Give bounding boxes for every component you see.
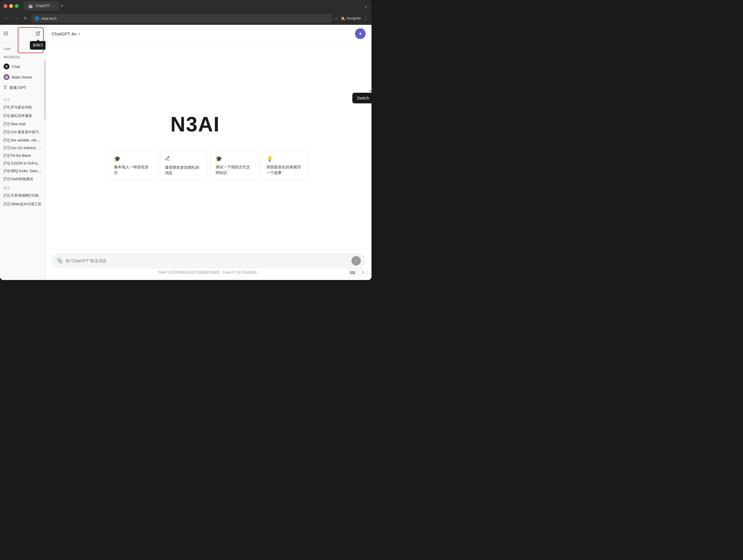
nav-actions: ☆ 🕵 Incognito ⋮ [334,16,368,21]
switch-close-button[interactable]: × [369,89,372,93]
tab-close-btn[interactable]: × [52,4,54,8]
svg-text:N3AI: N3AI [170,113,220,135]
math-solver-icon: 🔢 [4,74,9,80]
bottom-right-icons: ⌨ ? [348,268,367,277]
math-solver-nav-item[interactable]: 🔢 Math Solver [0,72,45,82]
chat-item-0[interactable]: [T4] 罗马宴会传统 [0,103,45,112]
card-text-2: 测试一下我的古代文明知识 [216,165,253,175]
card-icon-2: 🎓 [216,156,253,162]
today-section-label: 今天 [0,95,45,103]
math-solver-label: Math Solver [12,75,32,80]
chatgpt-icon: N [4,63,9,70]
chat-item-6[interactable]: [T2] Fill the Blank [0,152,45,160]
new-tab-button[interactable]: + [60,3,63,8]
switch-button[interactable]: Switch [352,93,372,103]
browser-window: 🤖 ChatGPT × + ⌄ ← → ↻ 🌐 nbai.tech ☆ 🕵 In… [0,0,372,280]
sidebar-scrollbar[interactable] [44,60,45,119]
chat-item-4[interactable]: [T2] Set variable, refresh page [0,136,45,144]
nbai-logo: N3AI [170,111,247,139]
forward-button[interactable]: → [13,14,20,22]
card-icon-3: 💡 [266,156,304,162]
chatgpt-label: Chat [12,64,20,69]
title-bar: 🤖 ChatGPT × + ⌄ [0,0,372,12]
sidebar-toggle-button[interactable]: ⊟ [2,29,9,38]
chat-content: N3AI 🎓 像本地人一样游览首尔 [46,43,372,249]
reload-button[interactable]: ↻ [23,14,29,23]
window-menu-button[interactable]: ⌄ [363,3,368,9]
card-text-3: 用我最喜欢的体裁写一个故事 [266,165,304,175]
sidebar-scrollable[interactable]: User: 98/100/(1h) N Chat 🔢 Math Solver [0,42,45,280]
app-content: ⊟ 新聊天 User: 9 [0,25,372,280]
chat-header: ChatGPT 4o ∨ ♦ [46,25,372,43]
tab-bar: 🤖 ChatGPT × + [23,1,361,11]
user-quota: 98/100/(1h) [4,55,20,59]
bookmark-button[interactable]: ☆ [334,16,339,21]
suggestion-card-0[interactable]: 🎓 像本地人一样游览首尔 [109,150,156,180]
model-chevron-icon: ∨ [78,32,80,36]
input-box: 📎 ↑ [52,253,365,268]
footer-note: "NBAI"工作空间聊天未用于训练我们的模型。ChatGPT 也可能会犯错。 [52,268,365,277]
suggestion-card-3[interactable]: 💡 用我最喜欢的体裁写一个故事 [261,150,309,180]
url-text: nbai.tech [41,16,57,21]
model-name: ChatGPT 4o [52,31,76,36]
chat-input[interactable] [66,258,348,263]
address-bar-icon: 🌐 [35,16,39,21]
chatgpt-nav-item[interactable]: N Chat [0,61,45,72]
tab-favicon: 🤖 [28,4,33,8]
card-text-1: 邀请朋友参加婚礼的消息 [165,165,202,175]
yesterday-chat-item-1[interactable]: [T2] Glider反向代理工具 [0,200,45,209]
user-quota-item: 98/100/(1h) [0,53,45,61]
tab-title: ChatGPT [36,4,50,8]
input-area: 📎 ↑ "NBAI"工作空间聊天未用于训练我们的模型。ChatGPT 也可能会犯… [46,249,372,280]
new-chat-wrapper: 新聊天 [33,28,43,38]
nav-bar: ← → ↻ 🌐 nbai.tech ☆ 🕵 Incognito ⋮ [0,12,372,25]
address-bar[interactable]: 🌐 nbai.tech [31,14,332,23]
header-diamond-icon: ♦ [355,28,365,39]
chat-item-8[interactable]: [T4] BBQ Invite: Saturday 3PM [0,167,45,175]
sidebar: ⊟ 新聊天 User: 9 [0,25,46,280]
user-label: User: [4,47,11,50]
suggestion-card-1[interactable]: 邀请朋友参加婚礼的消息 [160,150,207,180]
chat-item-5[interactable]: [T7] Anc Civ Interest: Why? [0,144,45,152]
card-text-0: 像本地人一样游览首尔 [114,165,151,175]
back-button[interactable]: ← [4,14,11,22]
model-selector[interactable]: ChatGPT 4o ∨ [52,31,80,36]
chat-item-3[interactable]: [T2] Css 垂直居中技巧 [0,128,45,136]
switch-overlay: × Switch [352,93,372,103]
send-button[interactable]: ↑ [351,256,361,265]
new-chat-button[interactable] [33,28,43,38]
browser-menu-button[interactable]: ⋮ [363,16,368,21]
close-traffic-light[interactable] [4,4,7,8]
yesterday-chat-item-0[interactable]: [T2] 共享局域网打印机 [0,191,45,200]
yesterday-chat-list: [T2] 共享局域网打印机 [T2] Glider反向代理工具 [0,191,45,209]
main-area: ChatGPT 4o ∨ ♦ N3AI 🎓 像本地人一样游览首尔 [46,25,372,280]
today-chat-list: [T4] 罗马宴会传统 [T4] 婚礼同伴邀请 [T2] New chat [T… [0,103,45,183]
incognito-label: Incognito [346,16,361,20]
chat-item-1[interactable]: [T4] 婚礼同伴邀请 [0,112,45,120]
card-icon-0: 🎓 [114,156,151,162]
chat-item-7[interactable]: [T4] GJSON in GoFrame [0,160,45,167]
chat-item-9[interactable]: [T2] Hash性能测试 [0,175,45,183]
sidebar-header: ⊟ 新聊天 [0,25,45,42]
active-tab[interactable]: 🤖 ChatGPT × [23,1,59,11]
traffic-lights [4,4,18,8]
explore-gpt-nav-item[interactable]: ⠿ 探索 GPT [0,82,45,93]
chat-item-2[interactable]: [T2] New chat [0,120,45,128]
help-button[interactable]: ? [358,268,367,277]
minimize-traffic-light[interactable] [9,4,13,8]
maximize-traffic-light[interactable] [15,4,18,8]
terminal-button[interactable]: ⌨ [348,268,357,277]
incognito-icon: 🕵 [341,16,345,20]
new-chat-tooltip: 新聊天 [30,41,46,50]
suggestion-card-2[interactable]: 🎓 测试一下我的古代文明知识 [211,150,258,180]
incognito-button[interactable]: 🕵 Incognito [341,16,361,20]
sidebar-nav: User: 98/100/(1h) N Chat 🔢 Math Solver [0,42,45,95]
attach-button[interactable]: 📎 [56,258,63,264]
suggestion-cards: 🎓 像本地人一样游览首尔 邀请朋友参加婚礼的消息 [109,150,309,180]
yesterday-section-label: 昨天 [0,183,45,191]
card-icon-1 [165,156,202,163]
explore-label: 探索 GPT [9,85,26,90]
explore-icon: ⠿ [4,85,7,90]
